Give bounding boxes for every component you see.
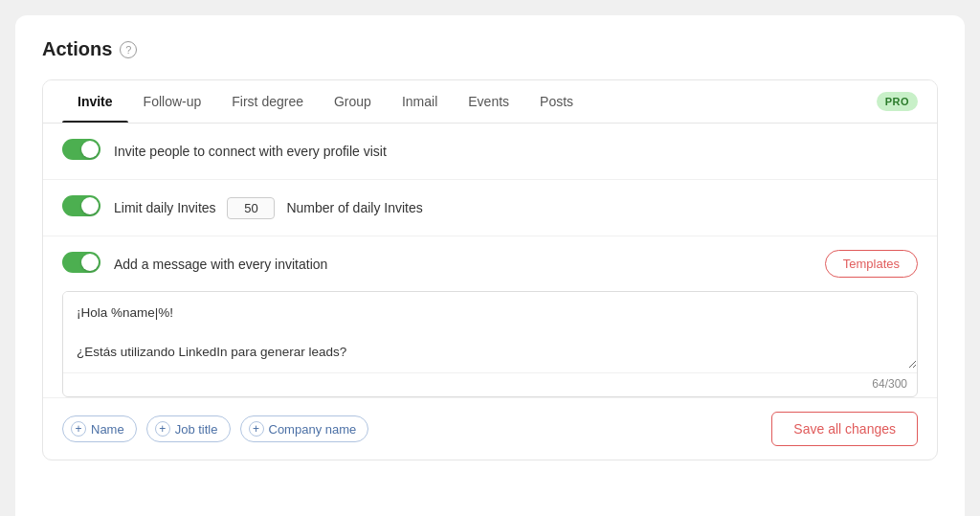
main-card: Invite Follow-up First degree Group Inma… (42, 79, 938, 460)
invite-label: Invite people to connect with every prof… (114, 144, 918, 159)
chip-company[interactable]: + Company name (240, 415, 369, 442)
chip-company-label: Company name (269, 422, 357, 437)
limit-toggle-wrapper[interactable] (62, 195, 100, 220)
invite-toggle[interactable] (62, 139, 100, 160)
invite-toggle-wrapper[interactable] (62, 139, 100, 164)
char-count: 64/300 (63, 372, 917, 396)
plus-icon-jobtitle: + (155, 421, 170, 437)
save-button[interactable]: Save all changes (771, 412, 918, 446)
tab-group[interactable]: Group (319, 80, 387, 123)
message-label: Add a message with every invitation (114, 257, 812, 272)
tab-firstdegree[interactable]: First degree (216, 80, 319, 123)
message-toggle[interactable] (62, 252, 100, 273)
invite-section: Invite people to connect with every prof… (43, 123, 937, 180)
limit-input[interactable] (227, 197, 275, 219)
limit-section: Limit daily Invites Number of daily Invi… (43, 180, 937, 236)
limit-text: Limit daily Invites (114, 200, 216, 215)
help-icon[interactable]: ? (120, 41, 137, 58)
templates-button[interactable]: Templates (825, 250, 918, 278)
chip-jobtitle-label: Job title (175, 422, 218, 437)
plus-icon-name: + (71, 421, 86, 437)
limit-toggle[interactable] (62, 195, 100, 216)
message-textarea[interactable]: ¡Hola %name|%! ¿Estás utilizando LinkedI… (63, 292, 917, 369)
message-textarea-wrapper: ¡Hola %name|%! ¿Estás utilizando LinkedI… (62, 291, 918, 397)
chip-jobtitle[interactable]: + Job title (146, 415, 231, 442)
bottom-row: + Name + Job title + Company name Save a… (43, 398, 937, 460)
chip-name[interactable]: + Name (62, 415, 137, 442)
plus-icon-company: + (249, 421, 264, 437)
tab-inmail[interactable]: Inmail (387, 80, 453, 123)
tabs-bar: Invite Follow-up First degree Group Inma… (43, 80, 937, 123)
pro-badge: PRO (877, 92, 918, 111)
page-header: Actions ? (42, 38, 938, 60)
tab-events[interactable]: Events (453, 80, 524, 123)
tab-posts[interactable]: Posts (524, 80, 589, 123)
message-section: Add a message with every invitation Temp… (43, 236, 937, 398)
message-toggle-wrapper[interactable] (62, 252, 100, 277)
chip-name-label: Name (91, 422, 124, 437)
tab-invite[interactable]: Invite (62, 80, 128, 123)
limit-suffix: Number of daily Invites (286, 200, 422, 215)
message-top-row: Add a message with every invitation Temp… (62, 236, 918, 291)
tab-followup[interactable]: Follow-up (128, 80, 217, 123)
limit-label: Limit daily Invites Number of daily Invi… (114, 197, 918, 219)
page-title: Actions (42, 38, 112, 60)
page-container: Actions ? Invite Follow-up First degree … (15, 15, 965, 516)
